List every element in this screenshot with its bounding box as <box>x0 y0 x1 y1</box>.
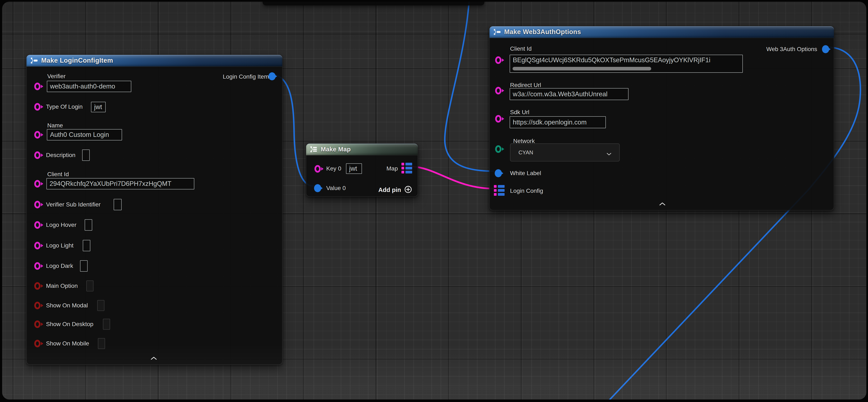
field-key-0[interactable]: jwt <box>346 163 362 174</box>
checkbox-show-on-modal[interactable] <box>97 300 104 311</box>
pin-label-show-on-mobile: Show On Mobile <box>46 340 89 347</box>
network-dropdown[interactable]: CYAN <box>510 143 620 162</box>
input-pin-key-0[interactable] <box>314 165 321 173</box>
field-description[interactable] <box>82 149 90 161</box>
field-verifier-sub-identifier[interactable] <box>114 199 122 210</box>
field-client-id[interactable]: 294QRkchfq2YaXUbPri7D6PH7xzHgQMT <box>46 178 194 190</box>
input-pin-show-on-modal[interactable] <box>34 302 40 309</box>
wire-top-to-white-label[interactable] <box>445 2 494 171</box>
output-pin-label: Login Config Item <box>223 73 269 80</box>
make-struct-icon <box>30 57 38 64</box>
network-dropdown-value: CYAN <box>519 149 533 156</box>
pin-label-logo-light: Logo Light <box>46 242 73 249</box>
pin-label-logo-hover: Logo Hover <box>46 221 76 229</box>
input-pin-login-config[interactable] <box>494 185 504 196</box>
input-pin-show-on-mobile[interactable] <box>34 340 40 347</box>
checkbox-main-option[interactable] <box>86 281 93 291</box>
pin-label-main-option: Main Option <box>46 282 78 289</box>
pin-label-value-0: Value 0 <box>326 184 346 192</box>
input-pin-verifier-sub-identifier[interactable] <box>34 201 40 208</box>
add-pin-label: Add pin <box>378 186 401 194</box>
pin-label-redirect-url: Redirect Url <box>510 82 541 89</box>
pin-label-verifier: Verifier <box>47 73 66 80</box>
input-pin-value-0[interactable] <box>314 184 321 192</box>
pin-label-type-of-login: Type Of Login <box>46 103 83 110</box>
offscreen-node-bottom-edge[interactable] <box>262 2 485 5</box>
pin-label-client-id: Client Id <box>47 171 69 178</box>
pin-label-white-label: White Label <box>510 170 541 177</box>
pin-label-verifier-sub-identifier: Verifier Sub Identifier <box>46 201 101 208</box>
node-header-make-web3authoptions[interactable]: Make Web3AuthOptions <box>490 26 834 38</box>
add-pin-button[interactable]: Add pin <box>378 185 412 195</box>
node-title: Make Web3AuthOptions <box>504 28 581 36</box>
node-title: Make Map <box>321 146 351 153</box>
input-pin-logo-light[interactable] <box>34 242 40 249</box>
checkbox-show-on-desktop[interactable] <box>103 319 110 330</box>
pin-label-key-0: Key 0 <box>326 165 341 172</box>
checkbox-show-on-mobile[interactable] <box>98 338 105 349</box>
field-sdk-url[interactable]: https://sdk.openlogin.com <box>509 116 606 128</box>
input-pin-client-id[interactable] <box>34 180 40 188</box>
node-title: Make LoginConfigItem <box>41 57 113 64</box>
pin-label-client-id: Client Id <box>510 45 532 52</box>
pin-label-sdk-url: Sdk Url <box>510 109 529 116</box>
input-pin-network[interactable] <box>495 145 501 153</box>
input-pin-logo-dark[interactable] <box>34 262 40 270</box>
add-pin-icon <box>404 185 412 195</box>
pin-label-login-config: Login Config <box>510 187 543 195</box>
input-pin-main-option[interactable] <box>34 282 40 290</box>
input-pin-name[interactable] <box>34 131 40 139</box>
pin-label-description: Description <box>46 151 75 159</box>
field-name[interactable]: Auth0 Custom Login <box>47 129 122 140</box>
screenshot-frame: Make LoginConfigItem Login Config Item V… <box>0 0 868 402</box>
input-pin-type-of-login[interactable] <box>34 103 40 111</box>
input-pin-client-id[interactable] <box>495 56 501 64</box>
field-type-of-login[interactable]: jwt <box>91 102 106 112</box>
node-make-web3authoptions[interactable]: Make Web3AuthOptions Web 3Auth Options C… <box>489 26 834 210</box>
field-logo-dark[interactable] <box>80 260 88 271</box>
input-pin-verifier[interactable] <box>34 83 40 90</box>
blueprint-graph-canvas[interactable]: Make LoginConfigItem Login Config Item V… <box>2 2 866 400</box>
field-client-id-text: BEglQSgt4cUWcj6SKRdu5QkOXTsePmMcusG5EAoy… <box>513 56 710 64</box>
field-client-id[interactable]: BEglQSgt4cUWcj6SKRdu5QkOXTsePmMcusG5EAoy… <box>509 55 743 73</box>
output-pin-label-map: Map <box>386 165 398 172</box>
field-logo-light[interactable] <box>83 240 90 251</box>
input-pin-sdk-url[interactable] <box>495 115 501 122</box>
collapse-node-chevron[interactable] <box>150 356 157 361</box>
make-struct-icon <box>493 28 501 36</box>
node-header-make-map[interactable]: Make Map <box>306 144 418 155</box>
input-pin-redirect-url[interactable] <box>495 87 501 94</box>
pin-label-show-on-modal: Show On Modal <box>46 302 88 309</box>
output-pin-label: Web 3Auth Options <box>766 46 817 53</box>
pin-label-show-on-desktop: Show On Desktop <box>46 321 93 328</box>
output-pin-map[interactable] <box>401 163 412 173</box>
input-pin-show-on-desktop[interactable] <box>34 320 40 328</box>
make-map-icon <box>310 145 317 153</box>
pin-label-logo-dark: Logo Dark <box>46 262 73 269</box>
node-make-map[interactable]: Make Map Key 0 jwt Value 0 Map Add pin <box>306 143 418 197</box>
chevron-down-icon <box>606 152 612 159</box>
collapse-node-chevron[interactable] <box>659 202 666 207</box>
input-pin-white-label[interactable] <box>495 169 502 177</box>
field-logo-hover[interactable] <box>85 219 92 231</box>
input-pin-description[interactable] <box>34 151 40 159</box>
field-verifier[interactable]: web3auth-auth0-demo <box>47 81 131 92</box>
pin-label-name: Name <box>47 122 63 129</box>
output-pin-web3auth-options[interactable] <box>822 45 829 53</box>
output-pin-login-config-item[interactable] <box>269 72 276 80</box>
wire-map-to-login-config[interactable] <box>412 167 494 189</box>
node-header-make-loginconfigitem[interactable]: Make LoginConfigItem <box>27 55 282 67</box>
node-make-loginconfigitem[interactable]: Make LoginConfigItem Login Config Item V… <box>26 55 283 365</box>
field-redirect-url[interactable]: w3a://com.w3a.Web3AuthUnreal <box>509 88 628 100</box>
field-client-id-scrollbar[interactable] <box>513 67 651 70</box>
input-pin-logo-hover[interactable] <box>34 221 40 229</box>
